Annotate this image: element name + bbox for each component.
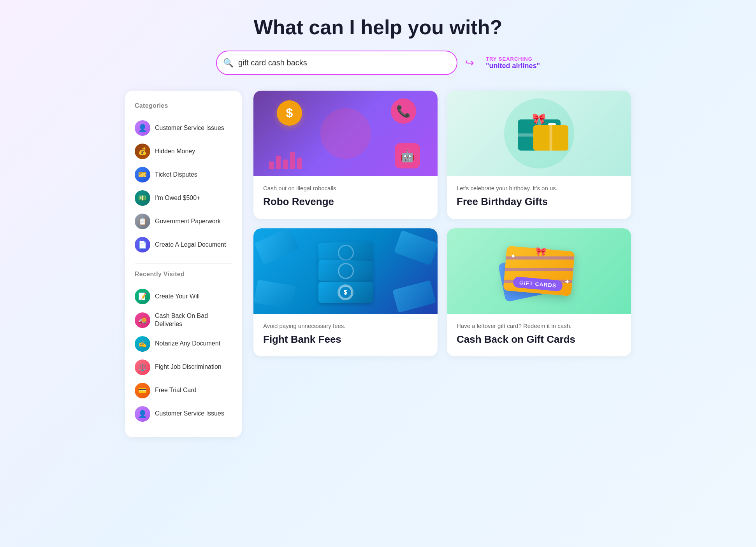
- card-body-robo: Cash out on illegal robocalls. Robo Reve…: [253, 176, 438, 219]
- avatar-create-will: 📝: [135, 289, 150, 304]
- money-bill-2: [318, 260, 373, 282]
- sidebar-item[interactable]: 🎫 Ticket Disputes: [135, 163, 232, 186]
- avatar-cash-back-deliveries: 🚚: [135, 312, 150, 328]
- card-title-gift-cards: Cash Back on Gift Cards: [457, 333, 621, 346]
- gc-star-2: ✦: [564, 277, 571, 286]
- gc-ribbon: 🎀: [535, 246, 546, 257]
- scatter-bill-2: [394, 230, 438, 265]
- avatar-fight-discrimination: ⚖️: [135, 359, 150, 375]
- avatar-customer-service: 👤: [135, 120, 150, 136]
- sidebar-item-create-will[interactable]: 📝 Create Your Will: [135, 285, 232, 308]
- gift-bow: 🎀: [532, 112, 546, 125]
- sidebar-item-label: Ticket Disputes: [155, 171, 197, 179]
- card-gift-cards[interactable]: 🎀 ✦ ✦ GIFT CARDS Have a leftover gift ca…: [447, 228, 631, 357]
- card-image-birthday: 🎀: [447, 91, 631, 176]
- page-title: What can I help you with?: [125, 16, 631, 39]
- avatar-gov-paperwork: 📋: [135, 214, 150, 229]
- try-searching-hint: TRY SEARCHING "united airlines": [486, 56, 540, 70]
- sidebar-item[interactable]: 💵 I'm Owed $500+: [135, 186, 232, 210]
- sidebar-item-label: I'm Owed $500+: [155, 194, 200, 202]
- recently-visited-title: Recently Visited: [135, 271, 232, 278]
- scatter-bill-4: [392, 280, 436, 313]
- search-container: 🔍: [216, 51, 457, 75]
- arrow-icon: ↩: [465, 56, 474, 69]
- try-searching-label: TRY SEARCHING: [486, 56, 533, 62]
- avatar-ticket-disputes: 🎫: [135, 167, 150, 182]
- robo-dollar-icon: $: [277, 100, 302, 126]
- sidebar-item-notarize[interactable]: ✍️ Notarize Any Document: [135, 332, 232, 356]
- card-image-robo: $ 📞 🤖: [253, 91, 438, 176]
- card-title-robo: Robo Revenge: [263, 195, 428, 208]
- try-searching-value: "united airlines": [486, 62, 540, 70]
- sidebar-item-customer-service-2[interactable]: 👤 Customer Service Issues: [135, 402, 232, 426]
- sidebar-item[interactable]: 💰 Hidden Money: [135, 140, 232, 163]
- scatter-bill-1: [254, 228, 299, 265]
- card-body-birthday: Let's celebrate your birthday. It's on u…: [447, 176, 631, 219]
- avatar-hidden-money: 💰: [135, 144, 150, 159]
- sidebar: Categories 👤 Customer Service Issues 💰 H…: [125, 91, 242, 437]
- card-title-birthday: Free Birthday Gifts: [457, 195, 621, 208]
- sidebar-item-label: Hidden Money: [155, 147, 195, 156]
- sidebar-item-label: Cash Back On Bad Deliveries: [155, 312, 232, 328]
- card-image-gift-cards: 🎀 ✦ ✦ GIFT CARDS: [447, 228, 631, 314]
- avatar-legal-doc: 📄: [135, 237, 150, 252]
- card-subtitle-bank-fees: Avoid paying unnecessary fees.: [263, 323, 428, 329]
- avatar-customer-service-2: 👤: [135, 406, 150, 422]
- gc-card-main: 🎀 ✦ ✦ GIFT CARDS: [503, 246, 575, 296]
- gift-box-yellow: [533, 125, 568, 151]
- gift-box: 🎀: [518, 116, 561, 151]
- main-grid: $ 📞 🤖 Cash out on illegal robocall: [253, 91, 631, 356]
- sidebar-item-label: Free Trial Card: [155, 386, 197, 394]
- sidebar-item[interactable]: 👤 Customer Service Issues: [135, 116, 232, 140]
- search-icon: 🔍: [223, 58, 234, 68]
- sidebar-item-label: Create Your Will: [155, 293, 200, 301]
- sidebar-item-label: Customer Service Issues: [155, 124, 224, 132]
- card-body-bank-fees: Avoid paying unnecessary fees. Fight Ban…: [253, 314, 438, 357]
- sidebar-item[interactable]: 📋 Government Paperwork: [135, 210, 232, 233]
- sidebar-item-label: Fight Job Discrimination: [155, 363, 222, 371]
- robo-bot-icon: 🤖: [395, 143, 420, 168]
- robo-circle: [320, 108, 371, 159]
- money-bill-3: $: [318, 282, 373, 303]
- categories-title: Categories: [135, 102, 232, 109]
- avatar-notarize: ✍️: [135, 336, 150, 352]
- header-section: What can I help you with? 🔍 ↩ TRY SEARCH…: [125, 16, 631, 75]
- avatar-owed-money: 💵: [135, 190, 150, 206]
- search-input[interactable]: [216, 51, 457, 75]
- card-subtitle-robo: Cash out on illegal robocalls.: [263, 185, 428, 191]
- sidebar-item-label: Notarize Any Document: [155, 340, 220, 348]
- card-birthday-gifts[interactable]: 🎀 Let's celebrate your birthday. It's on…: [447, 91, 631, 219]
- avatar-free-trial: 💳: [135, 383, 150, 398]
- scatter-bill-3: [254, 279, 296, 309]
- robo-chart: [269, 152, 302, 169]
- page-container: What can I help you with? 🔍 ↩ TRY SEARCH…: [125, 16, 631, 437]
- card-subtitle-birthday: Let's celebrate your birthday. It's on u…: [457, 185, 621, 191]
- sidebar-item[interactable]: 📄 Create A Legal Document: [135, 233, 232, 256]
- gc-star-1: ✦: [510, 252, 516, 261]
- sidebar-divider: [135, 263, 232, 264]
- sidebar-item-label: Create A Legal Document: [155, 241, 226, 249]
- card-title-bank-fees: Fight Bank Fees: [263, 333, 428, 346]
- sidebar-item-label: Government Paperwork: [155, 217, 221, 226]
- sidebar-item-cash-back-deliveries[interactable]: 🚚 Cash Back On Bad Deliveries: [135, 308, 232, 332]
- robo-phone-icon: 📞: [391, 98, 416, 124]
- money-stack: $: [318, 239, 373, 303]
- content-layout: Categories 👤 Customer Service Issues 💰 H…: [125, 91, 631, 437]
- card-robo-revenge[interactable]: $ 📞 🤖 Cash out on illegal robocall: [253, 91, 438, 219]
- card-image-bank-fees: $: [253, 228, 438, 314]
- sidebar-item-label: Customer Service Issues: [155, 410, 224, 418]
- card-bank-fees[interactable]: $ Avoid paying unnecessary fees. Fight B…: [253, 228, 438, 357]
- card-subtitle-gift-cards: Have a leftover gift card? Redeem it in …: [457, 323, 621, 329]
- sidebar-item-free-trial[interactable]: 💳 Free Trial Card: [135, 379, 232, 402]
- sidebar-item-fight-discrimination[interactable]: ⚖️ Fight Job Discrimination: [135, 356, 232, 379]
- card-body-gift-cards: Have a leftover gift card? Redeem it in …: [447, 314, 631, 357]
- search-row: 🔍 ↩ TRY SEARCHING "united airlines": [125, 51, 631, 75]
